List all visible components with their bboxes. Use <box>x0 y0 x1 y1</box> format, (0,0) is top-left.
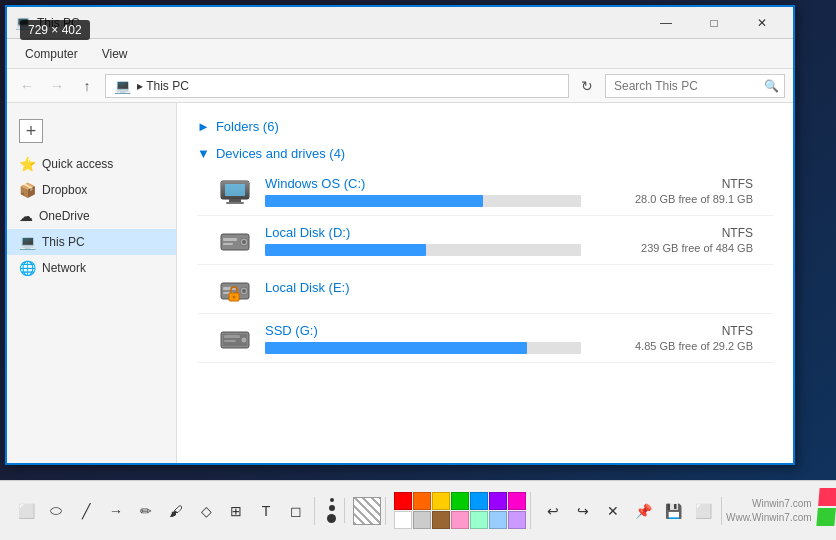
dropbox-icon: 📦 <box>19 182 36 198</box>
shape-tools: ⬜ ⬭ ╱ → ✏ 🖌 ◇ ⊞ T ◻ <box>8 497 315 525</box>
drive-name-d: Local Disk (D:) <box>265 225 581 240</box>
add-button[interactable]: + <box>19 119 43 143</box>
svg-rect-4 <box>226 202 244 204</box>
pattern-swatch[interactable] <box>353 497 381 525</box>
minimize-button[interactable]: — <box>643 7 689 39</box>
search-box[interactable]: 🔍 <box>605 74 785 98</box>
search-input[interactable] <box>614 79 764 93</box>
color-white[interactable] <box>394 511 412 529</box>
svg-point-21 <box>241 337 247 343</box>
color-palette <box>394 492 526 529</box>
refresh-button[interactable]: ↻ <box>575 74 599 98</box>
svg-rect-2 <box>225 184 245 196</box>
ribbon: Computer View <box>7 39 793 69</box>
color-palette-group <box>390 492 531 529</box>
mosaic-button[interactable]: ⊞ <box>222 497 250 525</box>
ribbon-tab-computer[interactable]: Computer <box>15 43 88 65</box>
close-button[interactable]: ✕ <box>739 7 785 39</box>
progress-fill-g <box>265 342 527 354</box>
drive-icon-g <box>217 320 253 356</box>
drive-item-e[interactable]: Local Disk (E:) <box>197 265 773 314</box>
text-button[interactable]: T <box>252 497 280 525</box>
brush-button[interactable]: 🖌 <box>162 497 190 525</box>
color-pink[interactable] <box>508 492 526 510</box>
progress-g <box>265 342 581 354</box>
color-blue[interactable] <box>470 492 488 510</box>
desktop: 💻 This PC — □ ✕ Computer View ← → ↑ 💻 ▸ … <box>0 0 836 540</box>
title-controls: — □ ✕ <box>643 7 785 39</box>
drive-info-e: Local Disk (E:) <box>265 280 581 299</box>
color-brown[interactable] <box>432 511 450 529</box>
color-lavender[interactable] <box>508 511 526 529</box>
win-logo-bl <box>816 508 836 526</box>
highlight-button[interactable]: ◇ <box>192 497 220 525</box>
drive-info-d: Local Disk (D:) <box>265 225 581 256</box>
address-bar: ← → ↑ 💻 ▸ This PC ↻ 🔍 <box>7 69 793 103</box>
explorer-window: 💻 This PC — □ ✕ Computer View ← → ↑ 💻 ▸ … <box>5 5 795 465</box>
pencil-button[interactable]: ✏ <box>132 497 160 525</box>
win-logo-tl <box>818 488 836 506</box>
save-button[interactable]: 💾 <box>659 497 687 525</box>
pin-button[interactable]: 📌 <box>629 497 657 525</box>
arrow-button[interactable]: → <box>102 497 130 525</box>
sidebar-item-this-pc[interactable]: 💻 This PC <box>7 229 176 255</box>
select-rect-button[interactable]: ⬜ <box>12 497 40 525</box>
drive-meta-c: NTFS 28.0 GB free of 89.1 GB <box>593 177 753 205</box>
svg-rect-19 <box>224 335 240 338</box>
drive-item-g[interactable]: SSD (G:) NTFS 4.85 GB free of 29.2 GB <box>197 314 773 363</box>
drive-item-c[interactable]: Windows OS (C:) NTFS 28.0 GB free of 89.… <box>197 167 773 216</box>
maximize-button[interactable]: □ <box>691 7 737 39</box>
onedrive-icon: ☁ <box>19 208 33 224</box>
redo-button[interactable]: ↪ <box>569 497 597 525</box>
forward-button[interactable]: → <box>45 74 69 98</box>
svg-point-7 <box>242 240 246 244</box>
sidebar-item-network[interactable]: 🌐 Network <box>7 255 176 281</box>
pen-size-group <box>319 498 345 523</box>
sidebar-label-dropbox: Dropbox <box>42 183 87 197</box>
devices-section-label: Devices and drives (4) <box>216 146 345 161</box>
color-gray[interactable] <box>413 511 431 529</box>
select-oval-button[interactable]: ⬭ <box>42 497 70 525</box>
crop-button[interactable]: ⬜ <box>689 497 717 525</box>
sidebar-item-dropbox[interactable]: 📦 Dropbox <box>7 177 176 203</box>
color-mintgreen[interactable] <box>470 511 488 529</box>
address-path[interactable]: 💻 ▸ This PC <box>105 74 569 98</box>
drive-name-c: Windows OS (C:) <box>265 176 581 191</box>
color-lightpink[interactable] <box>451 511 469 529</box>
line-button[interactable]: ╱ <box>72 497 100 525</box>
pen-size-large[interactable] <box>327 514 336 523</box>
drive-item-d[interactable]: Local Disk (D:) NTFS 239 GB free of 484 … <box>197 216 773 265</box>
undo-button[interactable]: ↩ <box>539 497 567 525</box>
pattern-group <box>349 497 386 525</box>
color-yellow[interactable] <box>432 492 450 510</box>
sidebar-label-network: Network <box>42 261 86 275</box>
this-pc-icon: 💻 <box>19 234 36 250</box>
svg-rect-20 <box>224 340 236 342</box>
svg-point-16 <box>233 296 236 299</box>
back-button[interactable]: ← <box>15 74 39 98</box>
drive-fs-c: NTFS <box>593 177 753 191</box>
annotation-toolbar: ⬜ ⬭ ╱ → ✏ 🖌 ◇ ⊞ T ◻ <box>0 480 836 540</box>
eraser-button[interactable]: ◻ <box>282 497 310 525</box>
color-red[interactable] <box>394 492 412 510</box>
pen-size-small[interactable] <box>330 498 334 502</box>
sidebar-item-onedrive[interactable]: ☁ OneDrive <box>7 203 176 229</box>
devices-section-header[interactable]: ▼ Devices and drives (4) <box>197 140 773 167</box>
path-pc-icon: 💻 <box>114 78 131 94</box>
color-lightblue[interactable] <box>489 511 507 529</box>
folders-section-label: Folders (6) <box>216 119 279 134</box>
drive-info-c: Windows OS (C:) <box>265 176 581 207</box>
address-text: ▸ This PC <box>137 79 189 93</box>
color-orange[interactable] <box>413 492 431 510</box>
folders-section-header[interactable]: ► Folders (6) <box>197 113 773 140</box>
ribbon-tab-view[interactable]: View <box>92 43 138 65</box>
pen-size-medium[interactable] <box>329 505 335 511</box>
color-purple[interactable] <box>489 492 507 510</box>
up-button[interactable]: ↑ <box>75 74 99 98</box>
close-tool-button[interactable]: ✕ <box>599 497 627 525</box>
drive-meta-d: NTFS 239 GB free of 484 GB <box>593 226 753 254</box>
color-green[interactable] <box>451 492 469 510</box>
sidebar-item-quick-access[interactable]: ⭐ Quick access <box>7 151 176 177</box>
drive-space-c: 28.0 GB free of 89.1 GB <box>593 193 753 205</box>
drive-space-g: 4.85 GB free of 29.2 GB <box>593 340 753 352</box>
